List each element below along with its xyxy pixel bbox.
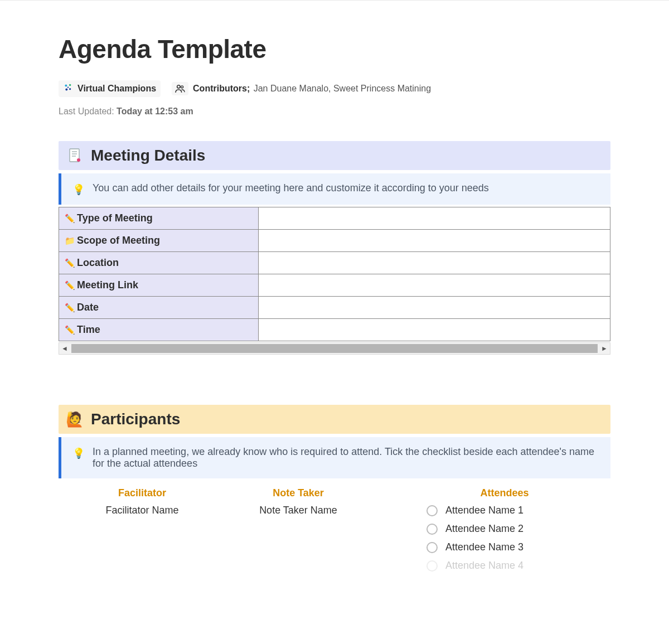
section-header-participants: 🙋 Participants xyxy=(59,405,610,434)
horizontal-scrollbar[interactable]: ◄ ► xyxy=(59,342,610,355)
svg-point-5 xyxy=(177,85,180,88)
row-label: Scope of Meeting xyxy=(77,235,160,246)
svg-point-1 xyxy=(69,84,71,86)
contributors-names: Jan Duane Manalo, Sweet Princess Matinin… xyxy=(254,84,431,93)
table-label-cell: ✏️Time xyxy=(59,319,259,341)
folder-icon: 📁 xyxy=(65,236,75,246)
row-label: Type of Meeting xyxy=(77,212,153,224)
section-title-participants: Participants xyxy=(91,410,180,428)
org-icon xyxy=(63,83,73,95)
table-value-cell[interactable] xyxy=(259,230,610,252)
table-row: ✏️Date xyxy=(59,297,610,319)
svg-point-2 xyxy=(65,89,67,91)
attendee-row: Attendee Name 1 xyxy=(426,505,605,516)
attendees-header: Attendees xyxy=(404,487,605,499)
row-label: Date xyxy=(77,302,99,313)
pencil-icon: ✏️ xyxy=(65,258,75,268)
svg-point-0 xyxy=(65,84,67,86)
table-value-cell[interactable] xyxy=(259,319,610,341)
page-icon xyxy=(66,147,83,164)
row-label: Time xyxy=(77,324,100,335)
spacer xyxy=(59,355,610,405)
last-updated-value: Today at 12:53 am xyxy=(117,106,193,116)
last-updated: Last Updated: Today at 12:53 am xyxy=(59,106,610,117)
table-value-cell[interactable] xyxy=(259,207,610,230)
pencil-icon: ✏️ xyxy=(65,303,75,313)
contributors-chip[interactable]: Contributors; Jan Duane Manalo, Sweet Pr… xyxy=(172,80,435,98)
attendee-name[interactable]: Attendee Name 1 xyxy=(445,505,523,516)
notetaker-name[interactable]: Note Taker Name xyxy=(220,505,376,516)
callout-participants: 💡 In a planned meeting, we already know … xyxy=(59,437,610,478)
svg-point-4 xyxy=(67,86,69,88)
scroll-left-icon[interactable]: ◄ xyxy=(59,345,70,352)
facilitator-header: Facilitator xyxy=(64,487,220,499)
section-header-meeting-details: Meeting Details xyxy=(59,141,610,170)
table-row: ✏️Location xyxy=(59,252,610,274)
attendee-checkbox[interactable] xyxy=(426,524,438,535)
table-value-cell[interactable] xyxy=(259,252,610,274)
pencil-icon: ✏️ xyxy=(65,280,75,290)
lightbulb-icon: 💡 xyxy=(72,447,85,459)
svg-point-3 xyxy=(69,88,71,90)
table-row: ✏️Time xyxy=(59,319,610,341)
table-row: ✏️Type of Meeting xyxy=(59,207,610,230)
pencil-icon: ✏️ xyxy=(65,214,75,224)
table-label-cell: ✏️Meeting Link xyxy=(59,274,259,297)
meeting-details-table: ✏️Type of Meeting📁Scope of Meeting✏️Loca… xyxy=(59,207,610,341)
participants-grid: Facilitator Facilitator Name Note Taker … xyxy=(59,487,610,578)
attendee-row: Attendee Name 2 xyxy=(426,523,605,535)
row-label: Location xyxy=(77,257,119,268)
callout-text-meeting-details: You can add other details for your meeti… xyxy=(93,182,489,194)
org-chip[interactable]: Virtual Champions xyxy=(59,80,161,97)
svg-point-6 xyxy=(181,86,183,88)
page-title: Agenda Template xyxy=(59,34,610,64)
callout-text-participants: In a planned meeting, we already know wh… xyxy=(93,446,599,469)
contributors-label: Contributors; xyxy=(193,84,250,93)
pencil-icon: ✏️ xyxy=(65,325,75,335)
last-updated-label: Last Updated: xyxy=(59,106,114,116)
table-value-cell[interactable] xyxy=(259,297,610,319)
attendee-checkbox[interactable] xyxy=(426,505,438,516)
attendee-row: Attendee Name 3 xyxy=(426,541,605,553)
attendee-checkbox[interactable] xyxy=(426,542,438,553)
raising-hand-icon: 🙋 xyxy=(66,411,83,428)
callout-meeting-details: 💡 You can add other details for your mee… xyxy=(59,173,610,205)
attendee-name[interactable]: Attendee Name 2 xyxy=(445,523,523,535)
meta-row: Virtual Champions Contributors; Jan Duan… xyxy=(59,80,610,98)
table-value-cell[interactable] xyxy=(259,274,610,297)
document-container: Agenda Template Virtual Champions xyxy=(0,0,669,589)
row-label: Meeting Link xyxy=(77,279,138,290)
attendee-name[interactable]: Attendee Name 4 xyxy=(445,560,523,572)
attendees-column: Attendees Attendee Name 1Attendee Name 2… xyxy=(376,487,605,578)
facilitator-column: Facilitator Facilitator Name xyxy=(64,487,220,578)
table-label-cell: ✏️Date xyxy=(59,297,259,319)
table-label-cell: ✏️Location xyxy=(59,252,259,274)
notetaker-column: Note Taker Note Taker Name xyxy=(220,487,376,578)
svg-point-11 xyxy=(77,158,80,162)
contributors-icon xyxy=(172,82,188,95)
attendee-row: Attendee Name 4 xyxy=(426,560,605,572)
attendee-checkbox[interactable] xyxy=(426,560,438,572)
attendee-name[interactable]: Attendee Name 3 xyxy=(445,541,523,553)
facilitator-name[interactable]: Facilitator Name xyxy=(64,505,220,516)
table-row: ✏️Meeting Link xyxy=(59,274,610,297)
scroll-thumb[interactable] xyxy=(71,344,598,353)
section-title-meeting-details: Meeting Details xyxy=(91,147,205,164)
table-label-cell: ✏️Type of Meeting xyxy=(59,207,259,230)
notetaker-header: Note Taker xyxy=(220,487,376,499)
scroll-right-icon[interactable]: ► xyxy=(599,345,610,352)
org-name: Virtual Champions xyxy=(77,84,156,94)
table-row: 📁Scope of Meeting xyxy=(59,230,610,252)
table-label-cell: 📁Scope of Meeting xyxy=(59,230,259,252)
lightbulb-icon: 💡 xyxy=(72,183,85,196)
